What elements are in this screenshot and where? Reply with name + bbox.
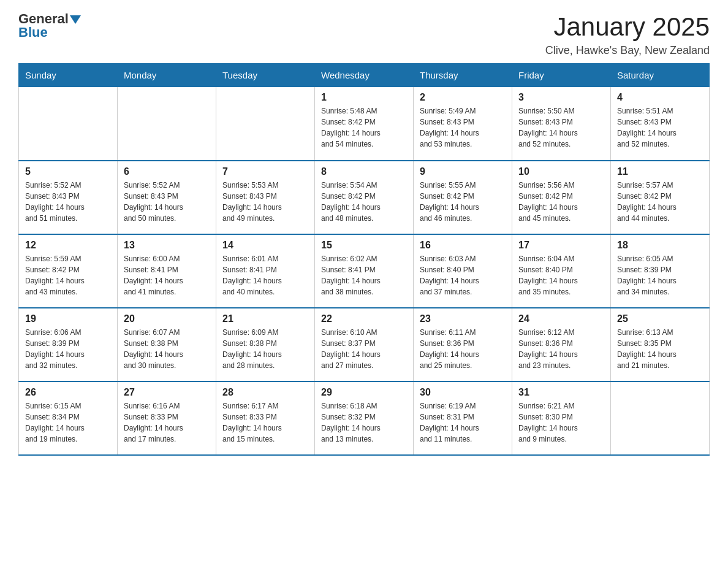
calendar-cell: 9Sunrise: 5:55 AM Sunset: 8:42 PM Daylig… xyxy=(414,161,512,234)
weekday-header-thursday: Thursday xyxy=(414,64,512,87)
calendar-cell: 21Sunrise: 6:09 AM Sunset: 8:38 PM Dayli… xyxy=(216,308,315,381)
calendar-cell: 5Sunrise: 5:52 AM Sunset: 8:43 PM Daylig… xyxy=(19,161,118,234)
day-number: 28 xyxy=(222,387,308,398)
day-number: 24 xyxy=(518,313,604,324)
day-info: Sunrise: 5:52 AM Sunset: 8:43 PM Dayligh… xyxy=(124,180,210,224)
day-info: Sunrise: 6:16 AM Sunset: 8:33 PM Dayligh… xyxy=(124,400,210,445)
calendar-cell: 17Sunrise: 6:04 AM Sunset: 8:40 PM Dayli… xyxy=(512,234,611,308)
day-info: Sunrise: 6:12 AM Sunset: 8:36 PM Dayligh… xyxy=(518,327,604,371)
weekday-header-sunday: Sunday xyxy=(19,64,118,87)
calendar-cell: 22Sunrise: 6:10 AM Sunset: 8:37 PM Dayli… xyxy=(315,308,414,381)
day-info: Sunrise: 6:07 AM Sunset: 8:38 PM Dayligh… xyxy=(124,327,210,371)
day-number: 29 xyxy=(321,387,407,398)
calendar-cell xyxy=(216,87,315,161)
day-number: 25 xyxy=(617,313,703,324)
day-info: Sunrise: 6:02 AM Sunset: 8:41 PM Dayligh… xyxy=(321,253,407,297)
calendar-cell: 10Sunrise: 5:56 AM Sunset: 8:42 PM Dayli… xyxy=(512,161,611,234)
day-info: Sunrise: 6:11 AM Sunset: 8:36 PM Dayligh… xyxy=(420,327,506,371)
calendar-cell: 6Sunrise: 5:52 AM Sunset: 8:43 PM Daylig… xyxy=(118,161,216,234)
day-number: 2 xyxy=(420,92,506,103)
day-number: 6 xyxy=(124,166,210,177)
day-number: 11 xyxy=(617,166,703,177)
calendar-cell: 24Sunrise: 6:12 AM Sunset: 8:36 PM Dayli… xyxy=(512,308,611,381)
weekday-header-saturday: Saturday xyxy=(611,64,710,87)
weekday-header-tuesday: Tuesday xyxy=(216,64,315,87)
calendar-cell: 14Sunrise: 6:01 AM Sunset: 8:41 PM Dayli… xyxy=(216,234,315,308)
day-info: Sunrise: 5:50 AM Sunset: 8:43 PM Dayligh… xyxy=(518,105,604,150)
calendar-cell: 2Sunrise: 5:49 AM Sunset: 8:43 PM Daylig… xyxy=(414,87,512,161)
calendar-cell: 8Sunrise: 5:54 AM Sunset: 8:42 PM Daylig… xyxy=(315,161,414,234)
logo-general: General xyxy=(18,12,69,26)
day-info: Sunrise: 5:56 AM Sunset: 8:42 PM Dayligh… xyxy=(518,180,604,224)
calendar-cell: 28Sunrise: 6:17 AM Sunset: 8:33 PM Dayli… xyxy=(216,381,315,455)
day-info: Sunrise: 5:49 AM Sunset: 8:43 PM Dayligh… xyxy=(420,105,506,150)
calendar-cell: 11Sunrise: 5:57 AM Sunset: 8:42 PM Dayli… xyxy=(611,161,710,234)
calendar-week-1: 1Sunrise: 5:48 AM Sunset: 8:42 PM Daylig… xyxy=(19,87,710,161)
day-info: Sunrise: 6:09 AM Sunset: 8:38 PM Dayligh… xyxy=(222,327,308,371)
day-number: 7 xyxy=(222,166,308,177)
weekday-header-row: SundayMondayTuesdayWednesdayThursdayFrid… xyxy=(19,64,710,87)
calendar-cell: 12Sunrise: 5:59 AM Sunset: 8:42 PM Dayli… xyxy=(19,234,118,308)
calendar-cell: 20Sunrise: 6:07 AM Sunset: 8:38 PM Dayli… xyxy=(118,308,216,381)
day-number: 19 xyxy=(25,313,111,324)
calendar-cell: 3Sunrise: 5:50 AM Sunset: 8:43 PM Daylig… xyxy=(512,87,611,161)
day-info: Sunrise: 5:59 AM Sunset: 8:42 PM Dayligh… xyxy=(25,253,111,297)
day-info: Sunrise: 5:54 AM Sunset: 8:42 PM Dayligh… xyxy=(321,180,407,224)
day-info: Sunrise: 6:00 AM Sunset: 8:41 PM Dayligh… xyxy=(124,253,210,297)
day-info: Sunrise: 6:17 AM Sunset: 8:33 PM Dayligh… xyxy=(222,400,308,445)
calendar-week-5: 26Sunrise: 6:15 AM Sunset: 8:34 PM Dayli… xyxy=(19,381,710,455)
day-info: Sunrise: 6:13 AM Sunset: 8:35 PM Dayligh… xyxy=(617,327,703,371)
day-info: Sunrise: 6:21 AM Sunset: 8:30 PM Dayligh… xyxy=(518,400,604,445)
calendar-week-3: 12Sunrise: 5:59 AM Sunset: 8:42 PM Dayli… xyxy=(19,234,710,308)
calendar-cell: 27Sunrise: 6:16 AM Sunset: 8:33 PM Dayli… xyxy=(118,381,216,455)
day-number: 17 xyxy=(518,240,604,251)
calendar-cell: 31Sunrise: 6:21 AM Sunset: 8:30 PM Dayli… xyxy=(512,381,611,455)
svg-marker-0 xyxy=(70,15,81,24)
logo-triangle-icon xyxy=(70,15,81,24)
day-info: Sunrise: 6:06 AM Sunset: 8:39 PM Dayligh… xyxy=(25,327,111,371)
calendar-header: SundayMondayTuesdayWednesdayThursdayFrid… xyxy=(19,64,710,87)
calendar-cell: 16Sunrise: 6:03 AM Sunset: 8:40 PM Dayli… xyxy=(414,234,512,308)
day-number: 3 xyxy=(518,92,604,103)
day-info: Sunrise: 5:55 AM Sunset: 8:42 PM Dayligh… xyxy=(420,180,506,224)
weekday-header-friday: Friday xyxy=(512,64,611,87)
logo: General Blue xyxy=(18,12,81,39)
day-number: 21 xyxy=(222,313,308,324)
day-number: 4 xyxy=(617,92,703,103)
calendar-cell xyxy=(19,87,118,161)
day-info: Sunrise: 6:19 AM Sunset: 8:31 PM Dayligh… xyxy=(420,400,506,445)
day-number: 5 xyxy=(25,166,111,177)
day-number: 14 xyxy=(222,240,308,251)
day-number: 22 xyxy=(321,313,407,324)
weekday-header-monday: Monday xyxy=(118,64,216,87)
calendar-cell: 13Sunrise: 6:00 AM Sunset: 8:41 PM Dayli… xyxy=(118,234,216,308)
day-number: 31 xyxy=(518,387,604,398)
title-section: January 2025 Clive, Hawke's Bay, New Zea… xyxy=(545,12,710,57)
month-title: January 2025 xyxy=(545,12,710,42)
day-info: Sunrise: 5:52 AM Sunset: 8:43 PM Dayligh… xyxy=(25,180,111,224)
day-info: Sunrise: 6:05 AM Sunset: 8:39 PM Dayligh… xyxy=(617,253,703,297)
day-number: 13 xyxy=(124,240,210,251)
day-info: Sunrise: 6:15 AM Sunset: 8:34 PM Dayligh… xyxy=(25,400,111,445)
calendar-week-4: 19Sunrise: 6:06 AM Sunset: 8:39 PM Dayli… xyxy=(19,308,710,381)
day-number: 30 xyxy=(420,387,506,398)
day-info: Sunrise: 6:01 AM Sunset: 8:41 PM Dayligh… xyxy=(222,253,308,297)
day-info: Sunrise: 6:18 AM Sunset: 8:32 PM Dayligh… xyxy=(321,400,407,445)
calendar-cell: 7Sunrise: 5:53 AM Sunset: 8:43 PM Daylig… xyxy=(216,161,315,234)
calendar-cell: 15Sunrise: 6:02 AM Sunset: 8:41 PM Dayli… xyxy=(315,234,414,308)
calendar-body: 1Sunrise: 5:48 AM Sunset: 8:42 PM Daylig… xyxy=(19,87,710,455)
calendar-cell: 25Sunrise: 6:13 AM Sunset: 8:35 PM Dayli… xyxy=(611,308,710,381)
calendar-cell: 23Sunrise: 6:11 AM Sunset: 8:36 PM Dayli… xyxy=(414,308,512,381)
day-number: 26 xyxy=(25,387,111,398)
day-number: 27 xyxy=(124,387,210,398)
calendar-cell: 1Sunrise: 5:48 AM Sunset: 8:42 PM Daylig… xyxy=(315,87,414,161)
calendar-cell: 19Sunrise: 6:06 AM Sunset: 8:39 PM Dayli… xyxy=(19,308,118,381)
day-number: 12 xyxy=(25,240,111,251)
calendar-cell: 26Sunrise: 6:15 AM Sunset: 8:34 PM Dayli… xyxy=(19,381,118,455)
day-number: 23 xyxy=(420,313,506,324)
page-header: General Blue January 2025 Clive, Hawke's… xyxy=(18,12,710,57)
day-info: Sunrise: 5:53 AM Sunset: 8:43 PM Dayligh… xyxy=(222,180,308,224)
calendar-cell: 4Sunrise: 5:51 AM Sunset: 8:43 PM Daylig… xyxy=(611,87,710,161)
day-info: Sunrise: 5:51 AM Sunset: 8:43 PM Dayligh… xyxy=(617,105,703,150)
day-number: 1 xyxy=(321,92,407,103)
